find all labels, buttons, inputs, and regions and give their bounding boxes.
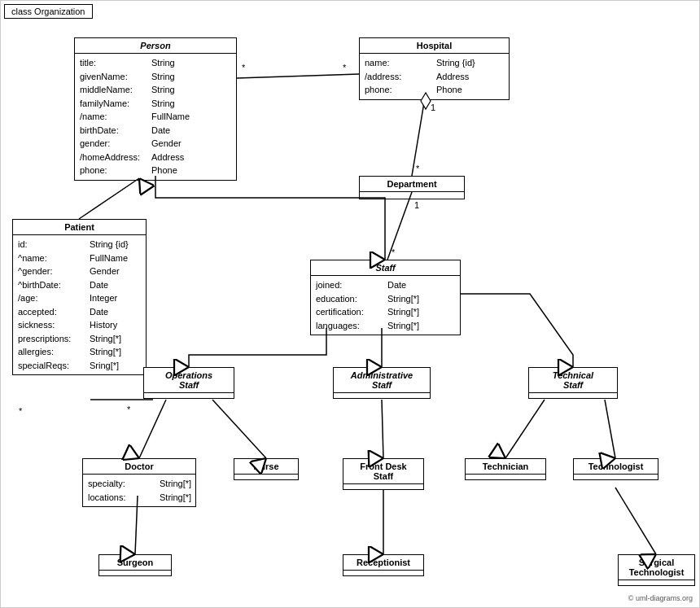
class-surgical-tech-header: SurgicalTechnologist bbox=[619, 555, 694, 580]
copyright: © uml-diagrams.org bbox=[628, 594, 693, 602]
class-patient-body: id:String {id} ^name:FullName ^gender:Ge… bbox=[13, 235, 146, 374]
svg-line-15 bbox=[505, 400, 545, 458]
svg-text:*: * bbox=[343, 63, 347, 72]
svg-text:*: * bbox=[19, 406, 23, 416]
class-patient: Patient id:String {id} ^name:FullName ^g… bbox=[12, 219, 147, 375]
svg-text:*: * bbox=[416, 164, 420, 173]
class-staff: Staff joined:Date education:String[*] ce… bbox=[310, 260, 461, 335]
class-operations-staff: OperationsStaff bbox=[143, 367, 234, 399]
class-surgical-technologist: SurgicalTechnologist bbox=[618, 554, 695, 586]
class-person-body: title:String givenName:String middleName… bbox=[75, 54, 236, 180]
svg-line-19 bbox=[615, 488, 656, 554]
class-staff-body: joined:Date education:String[*] certific… bbox=[311, 276, 460, 335]
svg-line-12 bbox=[139, 400, 166, 458]
class-technician: Technician bbox=[465, 458, 546, 480]
class-surgeon: Surgeon bbox=[98, 554, 172, 576]
class-front-desk-header: Front DeskStaff bbox=[343, 459, 423, 484]
svg-line-8 bbox=[387, 192, 412, 260]
class-department-header: Department bbox=[360, 177, 464, 192]
class-patient-header: Patient bbox=[13, 220, 146, 235]
svg-text:1: 1 bbox=[414, 200, 419, 210]
class-hospital: Hospital name:String {id} /address:Addre… bbox=[359, 37, 510, 100]
class-doctor: Doctor specialty:String[*] locations:Str… bbox=[82, 458, 196, 507]
class-tech-header: TechnicalStaff bbox=[529, 368, 617, 393]
class-nurse: Nurse bbox=[234, 458, 299, 480]
svg-text:*: * bbox=[392, 247, 396, 257]
svg-line-1 bbox=[237, 74, 359, 78]
svg-text:*: * bbox=[242, 63, 246, 72]
class-technologist-header: Technologist bbox=[574, 459, 658, 475]
diagram-container: class Organization Person title:String g… bbox=[0, 0, 700, 608]
class-department-body bbox=[360, 192, 464, 199]
class-staff-header: Staff bbox=[311, 260, 460, 276]
diagram-title: class Organization bbox=[4, 4, 93, 19]
class-doctor-header: Doctor bbox=[83, 459, 195, 475]
class-administrative-staff: AdministrativeStaff bbox=[333, 367, 431, 399]
svg-text:1: 1 bbox=[431, 103, 435, 112]
svg-text:*: * bbox=[127, 405, 131, 414]
svg-line-4 bbox=[412, 93, 426, 176]
class-receptionist-header: Receptionist bbox=[343, 555, 423, 571]
class-person-header: Person bbox=[75, 38, 236, 54]
class-department: Department bbox=[359, 176, 465, 199]
class-front-desk: Front DeskStaff bbox=[343, 458, 424, 490]
class-admin-header: AdministrativeStaff bbox=[334, 368, 430, 393]
class-technical-staff: TechnicalStaff bbox=[528, 367, 618, 399]
svg-line-16 bbox=[605, 400, 615, 458]
svg-line-14 bbox=[382, 400, 383, 458]
class-nurse-header: Nurse bbox=[234, 459, 298, 475]
class-doctor-body: specialty:String[*] locations:String[*] bbox=[83, 475, 195, 506]
class-hospital-body: name:String {id} /address:Address phone:… bbox=[360, 54, 509, 99]
class-surgeon-header: Surgeon bbox=[99, 555, 171, 571]
class-hospital-header: Hospital bbox=[360, 38, 509, 54]
class-technician-header: Technician bbox=[466, 459, 545, 475]
svg-line-0 bbox=[79, 178, 139, 219]
class-receptionist: Receptionist bbox=[343, 554, 424, 576]
class-person: Person title:String givenName:String mid… bbox=[74, 37, 237, 181]
svg-line-13 bbox=[212, 400, 266, 458]
class-technologist: Technologist bbox=[573, 458, 658, 480]
class-ops-header: OperationsStaff bbox=[144, 368, 234, 393]
